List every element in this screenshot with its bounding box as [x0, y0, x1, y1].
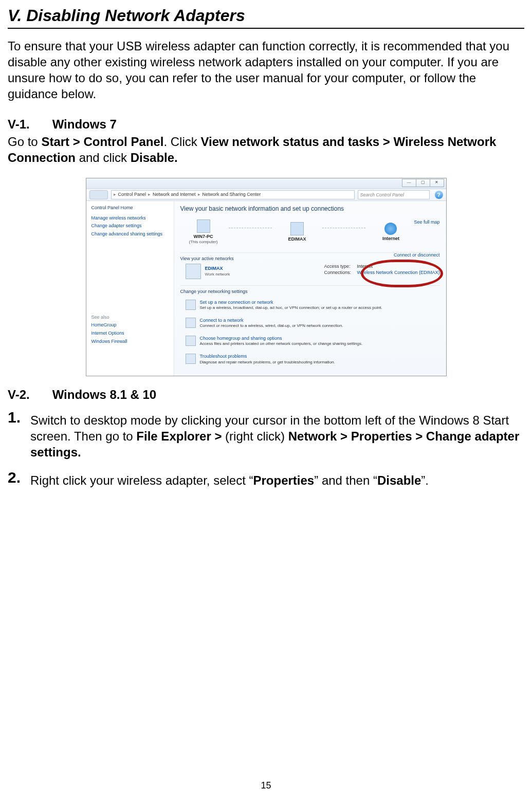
- nav-back-forward[interactable]: [89, 190, 108, 199]
- breadcrumb-item[interactable]: Control Panel: [118, 192, 146, 198]
- intro-paragraph: To ensure that your USB wireless adapter…: [8, 38, 524, 102]
- network-icon: [186, 264, 201, 279]
- breadcrumb-sep: ▸: [198, 192, 200, 198]
- step-body: Right click your wireless adapter, selec…: [28, 472, 524, 488]
- help-icon[interactable]: ?: [435, 191, 443, 199]
- section-v1-number: V-1.: [8, 116, 49, 132]
- step-1: 1. Switch to desktop mode by clicking yo…: [8, 410, 524, 461]
- main-heading: View your basic network information and …: [180, 205, 440, 213]
- sidebar-link[interactable]: HomeGroup: [91, 322, 169, 328]
- network-map: WIN7-PC (This computer) EDIMAX Internet: [180, 217, 440, 250]
- sidebar-link[interactable]: Internet Options: [91, 331, 169, 337]
- search-input[interactable]: Search Control Panel: [358, 190, 430, 199]
- network-node-computer: WIN7-PC (This computer): [180, 219, 227, 245]
- page-number: 15: [8, 780, 524, 792]
- win7-screenshot: — ▢ ✕ ▸ Control Panel ▸ Network and Inte…: [8, 178, 524, 376]
- troubleshoot-icon: [186, 354, 196, 364]
- homegroup-icon: [186, 336, 196, 346]
- setting-item[interactable]: Set up a new connection or network Set u…: [180, 297, 440, 315]
- globe-icon: [384, 223, 397, 235]
- sidebar-link[interactable]: Windows Firewall: [91, 339, 169, 345]
- setting-item[interactable]: Troubleshoot problems Diagnose and repai…: [180, 351, 440, 369]
- step-body: Switch to desktop mode by clicking your …: [28, 412, 524, 461]
- change-settings-heading: Change your networking settings: [180, 285, 440, 295]
- window-controls: — ▢ ✕: [402, 179, 444, 187]
- minimize-button[interactable]: —: [402, 179, 416, 187]
- connect-icon: [186, 318, 196, 328]
- section-v1-title: Windows 7: [52, 117, 117, 131]
- setting-item[interactable]: Connect to a network Connect or reconnec…: [180, 315, 440, 333]
- sidebar-link[interactable]: Manage wireless networks: [91, 215, 169, 222]
- breadcrumb-item[interactable]: Network and Internet: [153, 192, 196, 198]
- step-2: 2. Right click your wireless adapter, se…: [8, 470, 524, 488]
- chapter-title: V. Disabling Network Adapters: [8, 5, 524, 29]
- main-panel: View your basic network information and …: [174, 201, 446, 376]
- active-network-details: Access type: Internet Connections: Wirel…: [324, 264, 439, 279]
- close-button[interactable]: ✕: [430, 179, 444, 187]
- breadcrumb[interactable]: ▸ Control Panel ▸ Network and Internet ▸…: [111, 190, 355, 199]
- network-node-internet: Internet: [368, 223, 414, 242]
- steps-list: 1. Switch to desktop mode by clicking yo…: [8, 410, 524, 488]
- setting-item[interactable]: Choose homegroup and sharing options Acc…: [180, 333, 440, 351]
- step-number: 2.: [8, 470, 28, 488]
- sidebar-link[interactable]: Change advanced sharing settings: [91, 231, 169, 237]
- computer-icon: [197, 219, 210, 233]
- maximize-button[interactable]: ▢: [416, 179, 430, 187]
- sidebar-heading: Control Panel Home: [91, 205, 169, 211]
- step-number: 1.: [8, 410, 28, 461]
- sidebar: Control Panel Home Manage wireless netwo…: [86, 201, 174, 376]
- see-full-map-link[interactable]: See full map: [414, 219, 439, 226]
- active-network-type[interactable]: Work network: [205, 272, 230, 277]
- win7-window: — ▢ ✕ ▸ Control Panel ▸ Network and Inte…: [86, 178, 447, 376]
- sidebar-see-also-heading: See also: [91, 315, 169, 321]
- section-v2-title: Windows 8.1 & 10: [52, 388, 157, 401]
- router-icon: [290, 222, 304, 235]
- settings-list: Set up a new connection or network Set u…: [180, 297, 440, 369]
- section-v2-heading: V-2. Windows 8.1 & 10: [8, 387, 524, 402]
- breadcrumb-sep: ▸: [114, 192, 116, 198]
- sidebar-link[interactable]: Change adapter settings: [91, 223, 169, 229]
- wizard-icon: [186, 300, 196, 310]
- active-network-name[interactable]: EDIMAX: [205, 266, 230, 272]
- section-v1-heading: V-1. Windows 7: [8, 116, 524, 132]
- active-network-row: EDIMAX Work network Access type: Interne…: [180, 261, 440, 283]
- address-bar: ▸ Control Panel ▸ Network and Internet ▸…: [86, 189, 446, 201]
- section-v1-body: Go to Start > Control Panel. Click View …: [8, 134, 524, 166]
- wireless-connection-link[interactable]: Wireless Network Connection (EDIMAX): [357, 270, 439, 276]
- network-node-router: EDIMAX: [274, 222, 320, 243]
- section-v2-number: V-2.: [8, 387, 49, 402]
- titlebar: — ▢ ✕: [86, 178, 446, 189]
- breadcrumb-item[interactable]: Network and Sharing Center: [203, 192, 261, 198]
- breadcrumb-sep: ▸: [148, 192, 151, 198]
